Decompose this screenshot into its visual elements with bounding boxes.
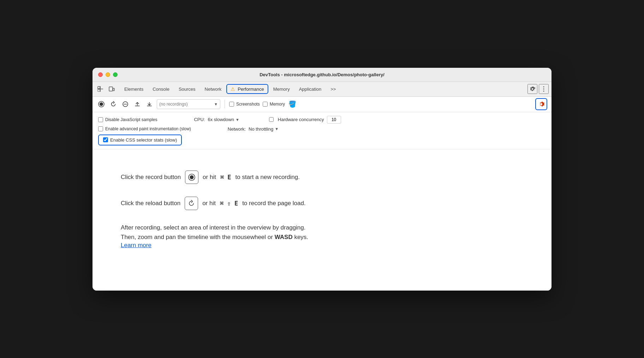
instruction-reload: Click the reload button or hit ⌘ ⇧ E to … bbox=[121, 197, 523, 210]
info-block: After recording, select an area of inter… bbox=[121, 223, 523, 249]
tab-performance-label: Performance bbox=[238, 86, 264, 92]
network-dropdown-arrow: ▼ bbox=[275, 127, 279, 131]
instruction-reload-text-before: Click the reload button bbox=[121, 200, 180, 207]
clear-button[interactable] bbox=[121, 100, 130, 109]
hw-concurrency-input[interactable] bbox=[327, 116, 341, 124]
settings-row-3: Enable CSS selector stats (slow) bbox=[98, 135, 546, 145]
info-line1: After recording, select an area of inter… bbox=[121, 223, 523, 232]
toolbar-separator-1 bbox=[225, 100, 225, 108]
tab-application[interactable]: Application bbox=[295, 84, 326, 94]
tab-bar: Elements Console Sources Network ⚠ Perfo… bbox=[93, 82, 551, 97]
title-bar: DevTools - microsoftedge.github.io/Demos… bbox=[93, 68, 551, 82]
network-select[interactable]: No throttling ▼ bbox=[249, 126, 279, 132]
settings-row-1: Disable JavaScript samples CPU: 6x slowd… bbox=[98, 116, 546, 124]
svg-rect-3 bbox=[98, 89, 100, 91]
main-content: Click the record button or hit ⌘ E to st… bbox=[93, 149, 551, 291]
network-label: Network: bbox=[228, 126, 246, 132]
svg-point-8 bbox=[543, 91, 544, 92]
memory-checkbox-label[interactable]: Memory bbox=[263, 102, 285, 107]
maximize-button[interactable] bbox=[113, 72, 118, 77]
instruction-record: Click the record button or hit ⌘ E to st… bbox=[121, 171, 523, 184]
settings-row-2: Enable advanced paint instrumentation (s… bbox=[98, 126, 546, 132]
cpu-dropdown-arrow: ▼ bbox=[235, 118, 239, 122]
devtools-window: DevTools - microsoftedge.github.io/Demos… bbox=[93, 68, 551, 291]
upload-profile-button[interactable] bbox=[133, 100, 142, 109]
recordings-dropdown[interactable]: (no recordings) ▼ bbox=[157, 99, 220, 109]
record-icon-illustration bbox=[185, 171, 198, 184]
svg-rect-0 bbox=[98, 86, 100, 89]
enable-advanced-paint-text: Enable advanced paint instrumentation (s… bbox=[105, 126, 191, 131]
settings-panel: Disable JavaScript samples CPU: 6x slowd… bbox=[93, 112, 551, 149]
window-title: DevTools - microsoftedge.github.io/Demos… bbox=[260, 72, 384, 77]
info-line2: Then, zoom and pan the timeline with the… bbox=[121, 232, 523, 242]
disable-js-samples-label[interactable]: Disable JavaScript samples bbox=[98, 117, 157, 122]
network-value: No throttling bbox=[249, 126, 273, 132]
svg-point-13 bbox=[190, 175, 194, 179]
disable-js-samples-text: Disable JavaScript samples bbox=[105, 117, 157, 122]
svg-point-7 bbox=[543, 89, 544, 90]
devtools-icons bbox=[95, 84, 117, 94]
enable-advanced-paint-label[interactable]: Enable advanced paint instrumentation (s… bbox=[98, 126, 191, 131]
record-button[interactable] bbox=[97, 100, 106, 109]
performance-toolbar: (no recordings) ▼ Screenshots Memory 🪣 bbox=[93, 97, 551, 112]
reload-record-button[interactable] bbox=[109, 100, 118, 109]
svg-rect-5 bbox=[113, 88, 114, 91]
info-line2-bold: WASD bbox=[275, 234, 293, 240]
close-button[interactable] bbox=[98, 72, 103, 77]
tab-network[interactable]: Network bbox=[201, 84, 226, 94]
cpu-label: CPU: bbox=[194, 117, 205, 122]
enable-css-selector-stats-text: Enable CSS selector stats (slow) bbox=[110, 137, 177, 143]
tab-performance[interactable]: ⚠ Performance bbox=[226, 84, 268, 94]
disable-js-samples-checkbox[interactable] bbox=[98, 117, 103, 122]
hw-concurrency-checkbox[interactable] bbox=[269, 117, 274, 122]
instruction-record-text-before: Click the record button bbox=[121, 174, 181, 181]
collect-garbage-button[interactable]: 🪣 bbox=[288, 100, 297, 109]
device-toolbar-icon[interactable] bbox=[107, 84, 117, 94]
memory-label: Memory bbox=[270, 102, 285, 107]
hw-concurrency-label: Hardware concurrency bbox=[278, 117, 324, 122]
tab-console[interactable]: Console bbox=[148, 84, 174, 94]
cpu-select[interactable]: 6x slowdown ▼ bbox=[208, 117, 239, 122]
tab-bar-actions bbox=[527, 84, 549, 94]
recordings-dropdown-arrow: ▼ bbox=[214, 102, 218, 106]
devtools-settings-button[interactable] bbox=[527, 84, 537, 94]
tab-more[interactable]: >> bbox=[326, 84, 340, 94]
tab-sources[interactable]: Sources bbox=[174, 84, 200, 94]
css-selector-stats-container: Enable CSS selector stats (slow) bbox=[98, 135, 182, 145]
instruction-reload-text-end: to record the page load. bbox=[242, 200, 306, 207]
minimize-button[interactable] bbox=[106, 72, 110, 77]
cpu-value: 6x slowdown bbox=[208, 117, 234, 122]
info-line2-after: keys. bbox=[294, 234, 308, 240]
memory-checkbox[interactable] bbox=[263, 102, 268, 107]
enable-css-selector-stats-checkbox[interactable] bbox=[103, 137, 108, 142]
tab-elements[interactable]: Elements bbox=[120, 84, 148, 94]
cpu-group: CPU: 6x slowdown ▼ bbox=[194, 117, 239, 122]
instruction-reload-shortcut: ⌘ ⇧ E bbox=[220, 200, 238, 207]
learn-more-link[interactable]: Learn more bbox=[121, 242, 151, 249]
svg-point-10 bbox=[100, 102, 103, 106]
screenshots-checkbox-label[interactable]: Screenshots bbox=[229, 102, 260, 107]
devtools-more-button[interactable] bbox=[539, 84, 549, 94]
instruction-record-text-end: to start a new recording. bbox=[235, 174, 300, 181]
screenshots-label: Screenshots bbox=[236, 102, 260, 107]
perf-settings-area bbox=[535, 98, 547, 110]
recordings-placeholder: (no recordings) bbox=[159, 102, 213, 107]
save-profile-button[interactable] bbox=[145, 100, 154, 109]
reload-icon-illustration bbox=[185, 197, 198, 210]
network-group: Network: No throttling ▼ bbox=[228, 126, 279, 132]
svg-point-6 bbox=[543, 86, 544, 88]
info-line2-before: Then, zoom and pan the timeline with the… bbox=[121, 234, 273, 240]
enable-advanced-paint-checkbox[interactable] bbox=[98, 126, 103, 131]
performance-settings-button[interactable] bbox=[535, 98, 547, 110]
instruction-record-text-or: or hit bbox=[203, 174, 216, 181]
instruction-record-shortcut: ⌘ E bbox=[220, 174, 231, 181]
instruction-reload-text-or: or hit bbox=[202, 200, 216, 207]
hw-concurrency-group: Hardware concurrency bbox=[269, 116, 341, 124]
traffic-lights bbox=[98, 72, 118, 77]
svg-rect-4 bbox=[109, 87, 113, 91]
inspect-element-icon[interactable] bbox=[95, 84, 105, 94]
performance-warning-icon: ⚠ bbox=[231, 86, 235, 92]
screenshots-checkbox[interactable] bbox=[229, 102, 234, 107]
tab-memory[interactable]: Memory bbox=[269, 84, 294, 94]
